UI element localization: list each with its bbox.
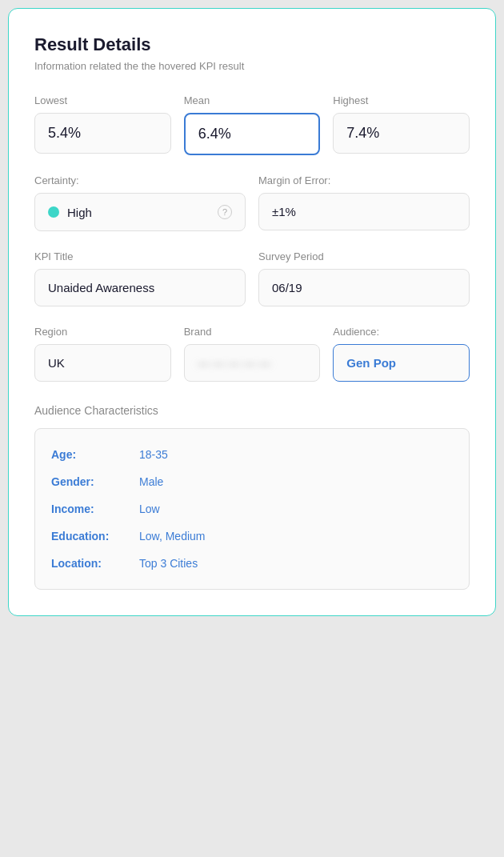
stats-row: Lowest 5.4% Mean 6.4% Highest 7.4% (34, 94, 470, 155)
highest-label: Highest (333, 94, 470, 106)
audience-label: Audience: (333, 326, 470, 338)
mean-label: Mean (184, 94, 321, 106)
certainty-label: Certainty: (34, 174, 246, 186)
certainty-value: High (67, 206, 210, 219)
audience-key-age: Age: (51, 448, 139, 461)
highest-group: Highest 7.4% (333, 94, 470, 155)
audience-key-education: Education: (51, 530, 139, 543)
region-brand-audience-row: Region UK Brand — — — — — Audience: Gen … (34, 326, 470, 382)
audience-characteristics-box: Age: Gender: Income: Education: Location… (34, 428, 470, 590)
audience-values: 18-35 Male Low Low, Medium Top 3 Cities (139, 448, 453, 570)
kpi-label: KPI Title (34, 250, 246, 262)
kpi-group: KPI Title Unaided Awareness (34, 250, 246, 306)
audience-group: Audience: Gen Pop (333, 326, 470, 382)
lowest-group: Lowest 5.4% (34, 94, 171, 155)
card-title: Result Details (34, 34, 470, 55)
audience-characteristics-label: Audience Characteristics (34, 404, 470, 417)
audience-keys: Age: Gender: Income: Education: Location… (51, 448, 139, 570)
audience-value-education: Low, Medium (139, 530, 453, 543)
margin-value: ±1% (258, 193, 470, 230)
lowest-value: 5.4% (34, 113, 171, 154)
survey-value: 06/19 (258, 269, 470, 306)
brand-blurred-value: — — — — — (198, 356, 271, 370)
mean-group: Mean 6.4% (184, 94, 321, 155)
brand-label: Brand (184, 326, 321, 338)
help-icon[interactable]: ? (218, 205, 232, 219)
audience-value-gender: Male (139, 475, 453, 488)
audience-value-income: Low (139, 503, 453, 515)
lowest-label: Lowest (34, 94, 171, 106)
certainty-box: High ? (34, 193, 246, 231)
region-value: UK (34, 344, 171, 382)
survey-group: Survey Period 06/19 (258, 250, 470, 306)
brand-value: — — — — — (184, 344, 321, 382)
card-subtitle: Information related the the hovered KPI … (34, 60, 470, 72)
certainty-dot-icon (48, 206, 59, 218)
brand-group: Brand — — — — — (184, 326, 321, 382)
audience-key-income: Income: (51, 503, 139, 515)
audience-value: Gen Pop (333, 344, 470, 382)
audience-key-location: Location: (51, 557, 139, 570)
kpi-value: Unaided Awareness (34, 269, 246, 306)
margin-group: Margin of Error: ±1% (258, 174, 470, 231)
certainty-margin-row: Certainty: High ? Margin of Error: ±1% (34, 174, 470, 231)
region-label: Region (34, 326, 171, 338)
mean-value: 6.4% (184, 113, 321, 155)
margin-label: Margin of Error: (258, 174, 470, 186)
audience-value-location: Top 3 Cities (139, 557, 453, 570)
highest-value: 7.4% (333, 113, 470, 154)
survey-label: Survey Period (258, 250, 470, 262)
audience-value-age: 18-35 (139, 448, 453, 461)
region-group: Region UK (34, 326, 171, 382)
audience-key-gender: Gender: (51, 475, 139, 488)
certainty-group: Certainty: High ? (34, 174, 246, 231)
result-details-card: Result Details Information related the t… (8, 8, 496, 616)
kpi-survey-row: KPI Title Unaided Awareness Survey Perio… (34, 250, 470, 306)
